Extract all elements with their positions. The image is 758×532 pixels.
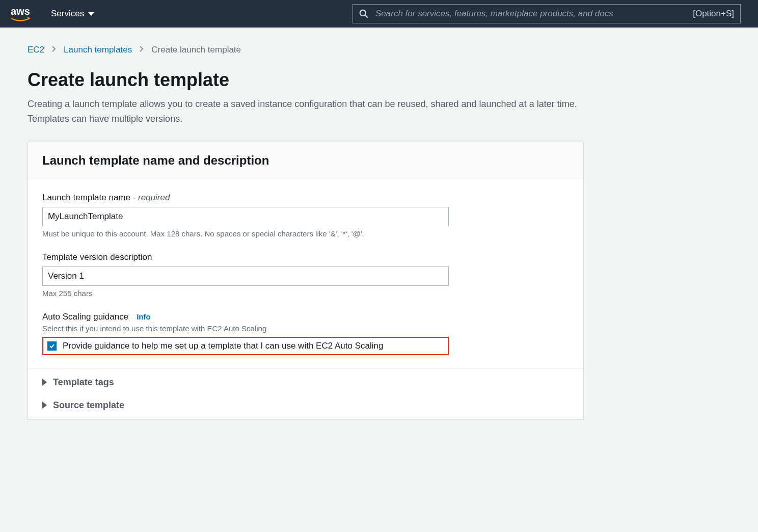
caret-right-icon: [42, 402, 47, 409]
caret-right-icon: [42, 379, 47, 386]
description-group: Template version description Max 255 cha…: [42, 252, 569, 298]
top-navigation: aws Services [Option+S]: [0, 0, 758, 28]
name-hint: Must be unique to this account. Max 128 …: [42, 229, 569, 238]
asg-info-link[interactable]: Info: [137, 312, 151, 321]
breadcrumb-current: Create launch template: [151, 45, 241, 55]
name-group: Launch template name - required Must be …: [42, 193, 569, 238]
asg-hint: Select this if you intend to use this te…: [42, 324, 569, 333]
description-label: Template version description: [42, 252, 569, 262]
aws-swoosh-icon: [10, 17, 31, 22]
svg-line-1: [365, 15, 368, 18]
auto-scaling-guidance-group: Auto Scaling guidance Info Select this i…: [42, 312, 569, 355]
search-shortcut-hint: [Option+S]: [693, 9, 734, 19]
asg-label: Auto Scaling guidance: [42, 312, 128, 322]
template-version-description-input[interactable]: [42, 267, 449, 286]
page-title: Create launch template: [28, 69, 584, 91]
template-tags-expander[interactable]: Template tags: [28, 369, 583, 396]
asg-checkbox-container: Provide guidance to help me set up a tem…: [42, 337, 449, 355]
search-icon: [359, 9, 368, 18]
search-bar[interactable]: [Option+S]: [353, 4, 741, 23]
check-icon: [49, 343, 55, 349]
description-hint: Max 255 chars: [42, 289, 569, 298]
source-template-label: Source template: [53, 400, 124, 411]
aws-logo-text: aws: [11, 6, 30, 16]
services-label: Services: [51, 9, 84, 19]
panel-title: Launch template name and description: [42, 153, 569, 168]
chevron-down-icon: [88, 12, 94, 16]
services-menu-button[interactable]: Services: [51, 9, 94, 19]
aws-logo[interactable]: aws: [10, 6, 31, 22]
breadcrumb: EC2 Launch templates Create launch templ…: [28, 45, 584, 55]
chevron-right-icon: [139, 45, 144, 55]
svg-point-0: [360, 10, 366, 16]
breadcrumb-ec2[interactable]: EC2: [28, 45, 44, 55]
breadcrumb-launch-templates[interactable]: Launch templates: [64, 45, 132, 55]
source-template-expander[interactable]: Source template: [28, 396, 583, 419]
panel-header: Launch template name and description: [28, 142, 583, 179]
name-label: Launch template name - required: [42, 193, 569, 203]
launch-template-name-input[interactable]: [42, 207, 449, 226]
search-input[interactable]: [375, 9, 686, 19]
asg-checkbox-label: Provide guidance to help me set up a tem…: [63, 341, 383, 351]
chevron-right-icon: [51, 45, 57, 55]
template-tags-label: Template tags: [53, 377, 114, 388]
asg-checkbox[interactable]: [47, 341, 57, 351]
page-description: Creating a launch template allows you to…: [28, 97, 584, 126]
name-description-panel: Launch template name and description Lau…: [28, 142, 584, 419]
